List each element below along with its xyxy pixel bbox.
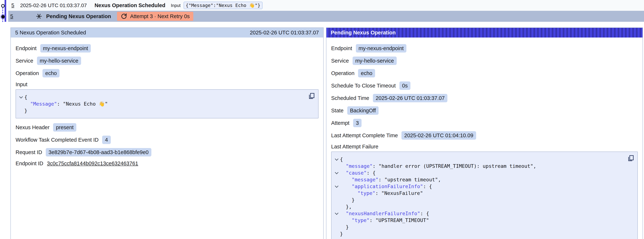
collapse-caret-icon[interactable] — [335, 211, 338, 215]
field-scheduled-time-value: 2025-02-26 UTC 01:03:37.07 — [373, 94, 448, 102]
field-operation: Operation echo — [331, 69, 638, 78]
selected-event-bar — [4, 0, 6, 22]
timeline-connector — [2, 7, 3, 22]
field-operation-label: Operation — [331, 70, 354, 76]
retry-attempt-badge: Attempt 3 · Next Retry 0s — [117, 12, 194, 21]
collapse-caret-icon[interactable] — [335, 184, 338, 188]
field-operation-value: echo — [42, 69, 60, 78]
field-attempt-value: 3 — [353, 119, 362, 127]
copy-icon — [628, 155, 634, 162]
pending-asterisk-icon — [36, 13, 42, 20]
code-line: }, — [333, 203, 624, 210]
code-line: "applicationFailureInfo": { — [333, 183, 624, 190]
event-history-screen: 5 2025-02-26 UTC 01:03:37.07 Nexus Opera… — [0, 0, 644, 239]
timeline-node-open-icon — [1, 4, 5, 8]
field-service-value: my-hello-service — [37, 56, 81, 65]
pending-id-link[interactable]: 5 — [10, 13, 13, 20]
code-line: "message": "handler error (UPSTREAM_TIME… — [333, 163, 624, 170]
code-line: } — [333, 230, 624, 237]
field-scheduled-time-label: Scheduled Time — [331, 95, 369, 101]
field-endpoint: Endpoint my-nexus-endpoint — [331, 44, 638, 52]
field-service: Service my-hello-service — [16, 56, 318, 65]
pending-panel-header: Pending Nexus Operation — [326, 28, 642, 38]
endpoint-id-link[interactable]: 3c0c75ccfa8144b092c13ce632463761 — [47, 160, 138, 166]
event-input-label: Input — [171, 3, 180, 8]
copy-icon — [308, 92, 315, 100]
failure-section-label: Last Attempt Failure — [331, 144, 638, 150]
field-request-id: Request ID 3e829b7e-7d67-4b08-aad3-b1e86… — [16, 148, 318, 156]
field-schedule-to-close-label: Schedule To Close Timeout — [331, 83, 396, 89]
scheduled-panel-title: 5 Nexus Operation Scheduled — [15, 30, 86, 36]
event-row-scheduled[interactable]: 5 2025-02-26 UTC 01:03:37.07 Nexus Opera… — [8, 0, 644, 11]
code-line: "Message": "Nexus Echo 👋" — [18, 100, 305, 107]
pending-title: Pending Nexus Operation — [46, 13, 111, 20]
field-last-attempt-complete: Last Attempt Complete Time 2025-02-26 UT… — [331, 131, 638, 140]
collapse-caret-icon[interactable] — [335, 170, 338, 174]
code-line: } — [18, 107, 305, 114]
field-schedule-to-close-value: 0s — [400, 82, 410, 90]
field-operation-value: echo — [358, 69, 375, 78]
event-input-preview-chip[interactable]: {"Message":"Nexus Echo 👋"} — [184, 2, 262, 9]
field-endpoint-id-label: Endpoint ID — [16, 160, 44, 166]
copy-failure-button[interactable] — [628, 155, 634, 162]
field-wft-event-id-value: 4 — [102, 136, 110, 144]
event-title: Nexus Operation Scheduled — [94, 2, 165, 8]
code-line: { — [18, 94, 305, 100]
field-scheduled-time: Scheduled Time 2025-02-26 UTC 01:03:37.0… — [331, 94, 638, 102]
pending-operation-panel: Pending Nexus Operation Endpoint my-nexu… — [326, 28, 643, 239]
code-line: "message": "upstream timeout", — [333, 176, 624, 183]
field-service-label: Service — [331, 58, 349, 64]
scheduled-event-panel: 5 Nexus Operation Scheduled 2025-02-26 U… — [10, 28, 324, 239]
field-request-id-value: 3e829b7e-7d67-4b08-aad3-b1e868bfe9e0 — [46, 148, 152, 156]
field-nexus-header-label: Nexus Header — [16, 124, 50, 130]
field-service-label: Service — [16, 58, 33, 64]
field-state-value: BackingOff — [347, 106, 378, 115]
code-line: "nexusHandlerFailureInfo": { — [333, 210, 624, 217]
retry-icon — [121, 13, 127, 20]
code-line: "cause": { — [333, 170, 624, 176]
field-endpoint-value: my-nexus-endpoint — [356, 44, 406, 52]
field-operation-label: Operation — [16, 70, 39, 76]
field-endpoint-label: Endpoint — [16, 46, 36, 52]
field-wft-event-id: Workflow Task Completed Event ID 4 — [16, 136, 318, 144]
scheduled-panel-header: 5 Nexus Operation Scheduled 2025-02-26 U… — [11, 28, 323, 38]
pending-operation-row[interactable]: 5 Pending Nexus Operation Attempt 3 · Ne… — [8, 11, 644, 22]
field-endpoint-label: Endpoint — [331, 46, 352, 52]
input-section-label: Input — [16, 82, 318, 88]
code-line: { — [333, 156, 624, 163]
field-attempt: Attempt 3 — [331, 119, 638, 127]
code-line: } — [333, 196, 624, 203]
field-nexus-header: Nexus Header present — [16, 123, 318, 132]
field-service-value: my-hello-service — [352, 56, 397, 65]
field-state-label: State — [331, 108, 344, 114]
input-json-viewer: {"Message": "Nexus Echo 👋"} — [16, 89, 318, 118]
copy-input-button[interactable] — [308, 92, 315, 100]
scheduled-panel-timestamp: 2025-02-26 UTC 01:03:37.07 — [250, 30, 319, 36]
code-line: "type": "NexusFailure" — [333, 190, 624, 196]
field-wft-event-id-label: Workflow Task Completed Event ID — [16, 137, 98, 143]
event-timestamp: 2025-02-26 UTC 01:03:37.07 — [20, 2, 87, 8]
code-line: "type": "UPSTREAM_TIMEOUT" — [333, 217, 624, 224]
field-attempt-label: Attempt — [331, 120, 350, 126]
pending-panel-title: Pending Nexus Operation — [331, 30, 396, 36]
field-last-attempt-complete-value: 2025-02-26 UTC 01:04:10.09 — [402, 131, 476, 140]
field-endpoint-id: Endpoint ID 3c0c75ccfa8144b092c13ce63246… — [16, 160, 318, 166]
field-last-attempt-complete-label: Last Attempt Complete Time — [331, 132, 398, 138]
field-request-id-label: Request ID — [16, 149, 42, 155]
collapse-caret-icon[interactable] — [19, 95, 23, 98]
failure-json-viewer: {"message": "handler error (UPSTREAM_TIM… — [331, 152, 638, 239]
field-state: State BackingOff — [331, 106, 638, 115]
retry-badge-label: Attempt 3 · Next Retry 0s — [130, 13, 190, 20]
code-line: } — [333, 224, 624, 230]
field-nexus-header-value: present — [53, 123, 76, 132]
timeline-node-current-icon — [1, 15, 5, 18]
field-service: Service my-hello-service — [331, 56, 638, 65]
field-schedule-to-close: Schedule To Close Timeout 0s — [331, 82, 638, 90]
collapse-caret-icon[interactable] — [335, 157, 338, 161]
field-operation: Operation echo — [16, 69, 318, 78]
field-endpoint: Endpoint my-nexus-endpoint — [16, 44, 318, 52]
field-endpoint-value: my-nexus-endpoint — [40, 44, 91, 52]
event-id-link[interactable]: 5 — [11, 2, 14, 8]
